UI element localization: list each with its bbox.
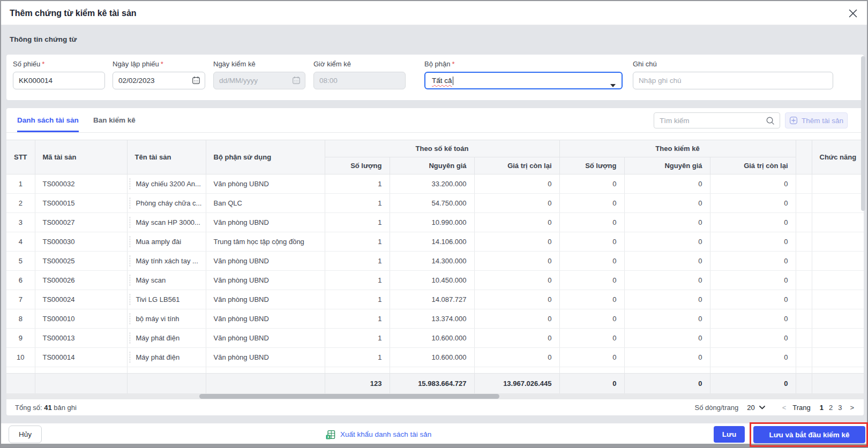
close-icon[interactable] [848, 8, 858, 19]
asset-list-card: Danh sách tài sản Ban kiểm kê Thêm tà [6, 108, 864, 415]
doc-number-input[interactable] [13, 72, 105, 89]
cell-acc-qty: 1 [325, 252, 390, 271]
prev-page-button[interactable]: < [780, 404, 789, 412]
cell-inv-cost: 0 [624, 213, 710, 232]
cell-acc-remain: 0 [474, 348, 559, 367]
cell-inv-cost: 0 [624, 252, 710, 271]
save-and-start-button[interactable]: Lưu và bắt đầu kiểm kê [753, 426, 865, 443]
page-number-1[interactable]: 1 [817, 404, 826, 412]
required-marker: * [452, 60, 454, 68]
table-row[interactable]: 8TS000010bộ máy vi tínhVăn phòng UBND113… [6, 309, 864, 329]
table-row[interactable]: 5TS000025Máy tính xách tay ...Văn phòng … [6, 252, 864, 271]
col-stt: STT [6, 140, 35, 174]
cell-inv-remain: 0 [710, 252, 796, 271]
cell-inv-qty: 0 [559, 174, 624, 194]
total-inv-qty: 0 [559, 374, 624, 394]
page-number-3[interactable]: 3 [835, 404, 844, 412]
vertical-scrollbar-thumb[interactable] [861, 56, 865, 211]
table-row[interactable]: 3TS000027Máy scan HP 3000...Văn phòng UB… [6, 213, 864, 232]
record-count-value: 41 [44, 404, 51, 412]
cell-stt: 7 [6, 290, 35, 309]
export-asset-list-link[interactable]: X Xuất khẩu danh sách tài sản [326, 423, 431, 445]
cell-inv-qty: 0 [559, 329, 624, 348]
table-row[interactable]: 4TS000030Mua amply đàiTrung tâm học tập … [6, 232, 864, 252]
record-count: Tổng số: 41 bản ghi [15, 404, 77, 412]
cell-stt: 1 [6, 174, 35, 194]
cell-inv-qty: 0 [559, 309, 624, 329]
cell-department: Trung tâm học tập cộng đồng [206, 232, 325, 252]
doc-number-label: Số phiếu [13, 60, 40, 68]
cell-inv-remain: 0 [710, 174, 796, 194]
col-acc-cost: Nguyên giá [390, 157, 474, 174]
col-asset-name: Tên tài sản [127, 140, 206, 174]
cell-acc-remain: 0 [474, 194, 559, 213]
department-label: Bộ phận [424, 60, 450, 68]
cell-acc-qty: 1 [325, 213, 390, 232]
document-info-card: Số phiếu* Ngày lập phiếu* Ngày kiểm kê [6, 55, 864, 100]
cell-asset-name: Máy phát điện [127, 329, 206, 348]
cell-acc-cost: 10.600.000 [390, 348, 474, 367]
cell-inv-qty: 0 [559, 213, 624, 232]
table-row[interactable]: 7TS000024Tivi LG LB561Văn phòng UBND114.… [6, 290, 864, 309]
cell-stt: 6 [6, 271, 35, 290]
add-inventory-document-modal: Thêm chứng từ kiểm kê tài sản Thông tin … [0, 0, 868, 448]
issue-date-label: Ngày lập phiếu [113, 60, 159, 68]
save-button[interactable]: Lưu [714, 426, 745, 443]
cell-acc-qty: 1 [325, 290, 390, 309]
table-row[interactable]: 2TS000015Phòng cháy chữa c...Ban QLC154.… [6, 194, 864, 213]
tab-asset-list[interactable]: Danh sách tài sản [17, 108, 79, 132]
cell-acc-cost: 14.106.000 [390, 232, 474, 252]
cell-acc-cost: 10.600.000 [390, 329, 474, 348]
rows-per-page-select[interactable]: 20 [745, 403, 767, 413]
horizontal-scrollbar [6, 393, 864, 399]
department-select[interactable]: Tất cả [424, 72, 623, 89]
col-inv-qty: Số lượng [559, 157, 624, 174]
horizontal-scrollbar-thumb[interactable] [199, 394, 499, 399]
col-inv-cost: Nguyên giá [624, 157, 710, 174]
cell-gap [796, 252, 812, 271]
note-input[interactable] [633, 72, 833, 89]
doc-number-field: Số phiếu* [13, 60, 105, 89]
group-inventory: Theo kiểm kê [559, 140, 796, 157]
chevron-down-icon [759, 406, 765, 409]
next-page-button[interactable]: > [848, 404, 856, 412]
table-row[interactable]: 6TS000026Máy scanVăn phòng UBND110.450.0… [6, 271, 864, 290]
table-row[interactable]: 10TS000014Máy phát điệnVăn phòng UBND110… [6, 348, 864, 367]
cell-inv-cost: 0 [624, 309, 710, 329]
cell-actions [812, 194, 864, 213]
search-input[interactable] [654, 113, 780, 128]
excel-icon: X [326, 430, 335, 439]
col-asset-code: Mã tài sản [35, 140, 127, 174]
cell-gap [796, 194, 812, 213]
cell-acc-qty: 1 [325, 232, 390, 252]
page-number-2[interactable]: 2 [826, 404, 835, 412]
table-row[interactable]: 1TS000032Máy chiếu 3200 An...Văn phòng U… [6, 174, 864, 194]
cell-actions [812, 252, 864, 271]
plus-square-icon [789, 116, 798, 125]
table-footer-bar: Tổng số: 41 bản ghi Số dòng/trang 20 < T… [6, 399, 864, 415]
cell-actions [812, 271, 864, 290]
search-icon[interactable] [766, 116, 775, 127]
cell-inv-remain: 0 [710, 232, 796, 252]
cell-inv-cost: 0 [624, 194, 710, 213]
cell-asset-code: TS000014 [35, 348, 127, 367]
bottom-edge [1, 444, 867, 447]
tab-inventory-board[interactable]: Ban kiểm kê [93, 108, 136, 132]
tabs-bar: Danh sách tài sản Ban kiểm kê Thêm tà [6, 108, 864, 133]
cell-stt: 10 [6, 348, 35, 367]
cancel-button[interactable]: Hủy [9, 426, 42, 443]
cell-stt: 5 [6, 252, 35, 271]
inventory-date-field: Ngày kiểm kê [213, 60, 305, 89]
add-asset-button[interactable]: Thêm tài sản [785, 112, 848, 128]
cell-acc-qty: 1 [325, 271, 390, 290]
cell-acc-remain: 0 [474, 252, 559, 271]
table-row[interactable]: 9TS000013Máy phát điệnVăn phòng UBND110.… [6, 329, 864, 348]
cell-asset-name: Máy scan [127, 271, 206, 290]
issue-date-input[interactable] [113, 72, 205, 89]
cell-asset-code: TS000026 [35, 271, 127, 290]
cell-acc-qty: 1 [325, 174, 390, 194]
inventory-time-label: Giờ kiểm kê [313, 60, 406, 68]
inventory-date-label: Ngày kiểm kê [213, 60, 305, 68]
cell-actions [812, 232, 864, 252]
cell-inv-qty: 0 [559, 348, 624, 367]
